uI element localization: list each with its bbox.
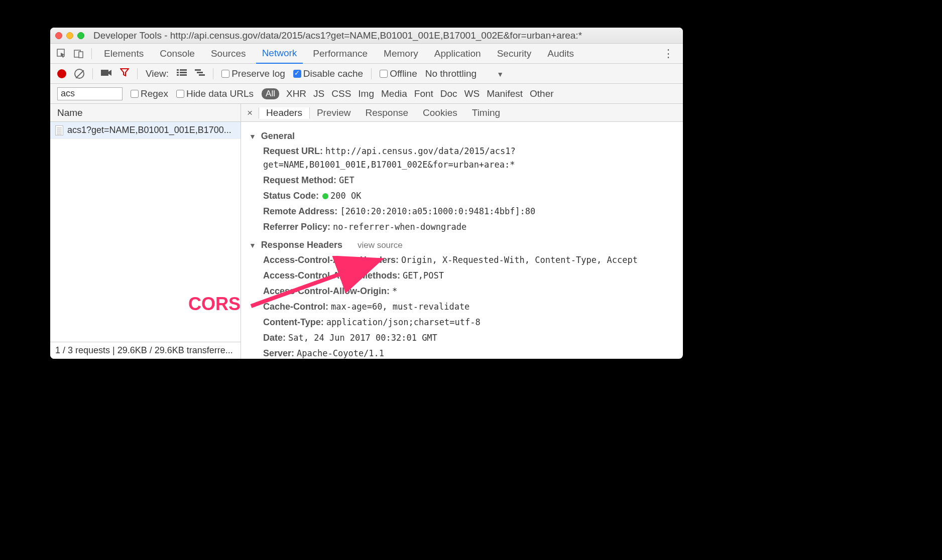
detail-tab-timing[interactable]: Timing [465, 107, 508, 118]
filter-type-ws[interactable]: WS [464, 88, 480, 99]
close-details-icon[interactable]: × [241, 107, 259, 118]
filter-type-img[interactable]: Img [358, 88, 374, 99]
clear-icon[interactable] [74, 69, 84, 79]
type-filters: All XHR JS CSS Img Media Font Doc WS Man… [262, 88, 554, 99]
request-name: acs1?get=NAME,B01001_001E,B1700... [67, 125, 231, 135]
columns-header: Name × Headers Preview Response Cookies … [50, 104, 683, 122]
svg-rect-11 [197, 72, 203, 73]
throttling-dropdown[interactable]: No throttling▼ [425, 68, 504, 79]
maximize-icon[interactable] [77, 32, 84, 39]
cache-control: Cache-Control: max-age=60, must-revalida… [249, 299, 675, 315]
acah: Access-Control-Allow-Headers: Origin, X-… [249, 252, 675, 268]
chevron-down-icon: ▼ [249, 132, 256, 141]
filter-type-css[interactable]: CSS [331, 88, 351, 99]
filter-type-manifest[interactable]: Manifest [487, 88, 523, 99]
detail-tab-response[interactable]: Response [359, 107, 416, 118]
titlebar: Developer Tools - http://api.census.gov/… [50, 28, 683, 44]
filter-type-other[interactable]: Other [530, 88, 554, 99]
separator [91, 48, 92, 59]
status-code: Status Code: 200 OK [249, 188, 675, 204]
svg-rect-5 [180, 69, 187, 71]
request-list: acs1?get=NAME,B01001_001E,B1700... 1 / 3… [50, 122, 241, 359]
document-icon [55, 125, 63, 135]
tab-audits[interactable]: Audits [541, 44, 580, 63]
detail-tabbar: × Headers Preview Response Cookies Timin… [241, 107, 683, 118]
date: Date: Sat, 24 Jun 2017 00:32:01 GMT [249, 330, 675, 346]
content-type: Content-Type: application/json;charset=u… [249, 315, 675, 330]
detail-tab-preview[interactable]: Preview [310, 107, 359, 118]
tab-memory[interactable]: Memory [378, 44, 424, 63]
filter-type-media[interactable]: Media [381, 88, 407, 99]
camera-icon[interactable] [101, 68, 112, 79]
network-toolbar: View: Preserve log Disable cache Offline… [50, 64, 683, 84]
offline-checkbox[interactable]: Offline [380, 68, 417, 79]
separator [92, 68, 93, 79]
separator [213, 68, 213, 79]
tab-network[interactable]: Network [256, 44, 303, 64]
column-name[interactable]: Name [50, 104, 241, 121]
tab-security[interactable]: Security [491, 44, 538, 63]
svg-rect-6 [177, 72, 179, 73]
svg-rect-9 [180, 74, 187, 76]
status-bar: 1 / 3 requests | 29.6KB / 29.6KB transfe… [50, 342, 241, 359]
acam: Access-Control-Allow-Methods: GET,POST [249, 268, 675, 284]
headers-panel[interactable]: ▼ General Request URL: http://api.census… [241, 122, 683, 359]
section-response-headers[interactable]: ▼ Response Headers view source [249, 240, 675, 250]
waterfall-view-icon[interactable] [195, 68, 205, 79]
server: Server: Apache-Coyote/1.1 [249, 346, 675, 359]
cors-annotation-label: CORS [188, 294, 241, 315]
filter-type-xhr[interactable]: XHR [286, 88, 306, 99]
detail-tab-headers[interactable]: Headers [259, 107, 310, 119]
svg-rect-2 [79, 52, 83, 58]
filter-input[interactable] [57, 87, 123, 100]
record-icon[interactable] [57, 69, 66, 78]
filter-type-font[interactable]: Font [414, 88, 433, 99]
separator [137, 68, 138, 79]
status-dot-icon [322, 193, 328, 199]
devtools-window: Developer Tools - http://api.census.gov/… [50, 28, 683, 359]
filter-icon[interactable] [120, 68, 129, 79]
svg-rect-4 [177, 69, 179, 71]
request-row[interactable]: acs1?get=NAME,B01001_001E,B1700... [50, 122, 241, 139]
panel-tabs: Elements Console Sources Network Perform… [50, 44, 683, 64]
filter-type-js[interactable]: JS [313, 88, 324, 99]
tab-sources[interactable]: Sources [205, 44, 252, 63]
view-source-link[interactable]: view source [358, 240, 403, 250]
tab-application[interactable]: Application [428, 44, 487, 63]
close-icon[interactable] [55, 32, 62, 39]
view-label: View: [146, 68, 169, 79]
more-icon[interactable]: ⋮ [659, 47, 678, 60]
chevron-down-icon: ▼ [249, 241, 256, 249]
filter-type-all[interactable]: All [262, 88, 279, 99]
list-view-icon[interactable] [177, 68, 187, 79]
device-icon[interactable] [72, 47, 85, 60]
separator [371, 68, 372, 79]
svg-rect-3 [101, 70, 108, 76]
main-split: acs1?get=NAME,B01001_001E,B1700... 1 / 3… [50, 122, 683, 359]
svg-rect-12 [199, 74, 205, 76]
window-title: Developer Tools - http://api.census.gov/… [89, 30, 678, 41]
svg-rect-10 [195, 69, 201, 71]
minimize-icon[interactable] [66, 32, 73, 39]
detail-tab-cookies[interactable]: Cookies [416, 107, 465, 118]
referrer-policy: Referrer Policy: no-referrer-when-downgr… [249, 219, 675, 235]
request-method: Request Method: GET [249, 173, 675, 188]
inspect-icon[interactable] [55, 47, 68, 60]
acao: Access-Control-Allow-Origin: * [249, 284, 675, 299]
traffic-lights [55, 32, 84, 39]
disable-cache-checkbox[interactable]: Disable cache [293, 68, 363, 79]
filter-bar: Regex Hide data URLs All XHR JS CSS Img … [50, 84, 683, 104]
tab-elements[interactable]: Elements [98, 44, 150, 63]
svg-rect-7 [180, 72, 187, 73]
remote-address: Remote Address: [2610:20:2010:a05:1000:0… [249, 204, 675, 219]
tab-performance[interactable]: Performance [307, 44, 374, 63]
filter-type-doc[interactable]: Doc [440, 88, 457, 99]
svg-rect-8 [177, 74, 179, 76]
hide-data-urls-checkbox[interactable]: Hide data URLs [176, 88, 254, 99]
request-url: Request URL: http://api.census.gov/data/… [249, 144, 675, 173]
preserve-log-checkbox[interactable]: Preserve log [221, 68, 285, 79]
section-general[interactable]: ▼ General [249, 131, 675, 142]
tab-console[interactable]: Console [154, 44, 201, 63]
regex-checkbox[interactable]: Regex [131, 88, 168, 99]
